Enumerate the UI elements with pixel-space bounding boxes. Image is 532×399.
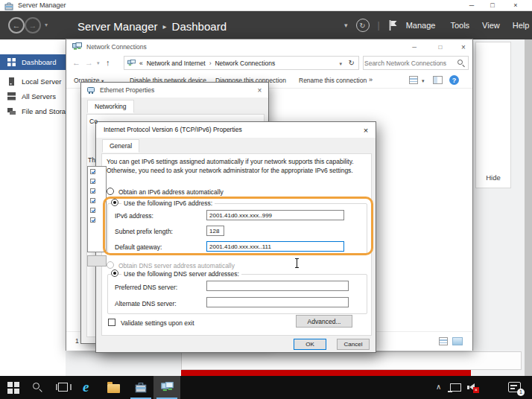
subnet-prefix-input[interactable] bbox=[206, 226, 224, 236]
forward-icon: → bbox=[29, 21, 37, 30]
task-view-side-right bbox=[70, 384, 72, 390]
network-connections-taskbar-icon bbox=[161, 382, 174, 392]
view-options-icon[interactable] bbox=[409, 76, 418, 84]
tab-general[interactable]: General bbox=[102, 139, 139, 153]
minimize-button[interactable]: ─ bbox=[463, 0, 480, 10]
window-title: Server Manager bbox=[18, 1, 66, 9]
validate-settings-label[interactable]: Validate settings upon exit bbox=[121, 319, 194, 327]
advanced-button[interactable]: Advanced... bbox=[296, 315, 352, 328]
server-manager-sidebar: Dashboard Local Server All Servers File … bbox=[0, 39, 66, 376]
notifications-flag-icon[interactable] bbox=[388, 19, 398, 31]
window-title: Network Connections bbox=[86, 43, 147, 51]
radio-use-ipv6-address[interactable] bbox=[111, 199, 118, 206]
preferred-dns-input[interactable] bbox=[206, 281, 349, 291]
preferred-dns-label: Preferred DNS server: bbox=[115, 284, 177, 291]
local-server-icon bbox=[8, 77, 15, 86]
maximize-button[interactable]: □ bbox=[484, 0, 501, 10]
forward-button[interactable]: → bbox=[25, 17, 41, 33]
validate-settings-checkbox[interactable] bbox=[108, 319, 115, 326]
tab-networking[interactable]: Networking bbox=[87, 100, 134, 113]
close-button[interactable]: × bbox=[506, 0, 525, 10]
cancel-button[interactable]: Cancel bbox=[337, 339, 370, 350]
refresh-button[interactable]: ↻ bbox=[356, 19, 370, 32]
radio-use-dns-addresses-label[interactable]: Use the following DNS server addresses: bbox=[121, 270, 241, 278]
radio-obtain-ipv6-auto[interactable] bbox=[107, 188, 114, 195]
sidebar-item-label: Dashboard bbox=[22, 58, 56, 66]
search-input[interactable] bbox=[364, 57, 452, 68]
location-icon bbox=[127, 60, 136, 66]
refresh-icon: ↻ bbox=[359, 22, 365, 30]
sidebar-item-all-servers[interactable]: All Servers bbox=[0, 89, 66, 103]
protocol-item-checkbox[interactable] bbox=[90, 208, 95, 213]
breadcrumb-root[interactable]: Server Manager bbox=[77, 20, 158, 33]
nav-forward-icon[interactable]: → bbox=[85, 58, 93, 67]
breadcrumb-page[interactable]: Dashboard bbox=[172, 20, 227, 33]
radio-use-dns-addresses[interactable] bbox=[111, 269, 118, 277]
server-manager-navbar: ← → ▾ Server Manager ▸ Dashboard ▾ ↻ | M… bbox=[0, 11, 532, 39]
sidebar-item-label: Local Server bbox=[22, 77, 61, 86]
protocol-item-checkbox[interactable] bbox=[90, 217, 95, 223]
task-view-side-left bbox=[56, 384, 57, 390]
ipv6-address-input[interactable] bbox=[206, 210, 344, 220]
address-dropdown-caret-icon[interactable]: ▾ bbox=[339, 61, 342, 67]
file-explorer-icon[interactable] bbox=[107, 384, 120, 393]
protocol-item-checkbox[interactable] bbox=[90, 169, 95, 174]
address-refresh-icon[interactable]: ↻ bbox=[349, 59, 355, 67]
start-button[interactable] bbox=[7, 382, 19, 394]
rename-connection-button[interactable]: Rename this connection bbox=[299, 77, 367, 84]
alternate-dns-input[interactable] bbox=[206, 297, 349, 307]
nav-back-icon[interactable]: ← bbox=[72, 58, 80, 67]
taskbar-network-connections[interactable] bbox=[153, 376, 180, 399]
hide-button[interactable]: Hide bbox=[476, 173, 510, 182]
menu-help[interactable]: Help bbox=[513, 21, 530, 30]
tray-network-cable bbox=[448, 391, 452, 392]
close-button[interactable]: × bbox=[454, 39, 473, 54]
close-button[interactable]: × bbox=[355, 122, 377, 138]
details-view-icon[interactable] bbox=[439, 337, 448, 345]
taskbar-server-manager[interactable] bbox=[128, 376, 153, 399]
minimize-button[interactable]: ─ bbox=[405, 39, 423, 54]
menu-manage[interactable]: Manage bbox=[406, 21, 436, 30]
taskbar-search-icon[interactable] bbox=[33, 383, 39, 389]
close-button[interactable]: × bbox=[250, 83, 270, 98]
nav-up-icon[interactable]: ↑ bbox=[106, 58, 110, 67]
radio-use-ipv6-address-label[interactable]: Use the following IPv6 address: bbox=[121, 200, 215, 207]
dashboard-scroll-strip[interactable] bbox=[525, 39, 532, 376]
radio-obtain-ipv6-auto-label[interactable]: Obtain an IPv6 address automatically bbox=[118, 188, 224, 196]
radio-obtain-dns-auto bbox=[107, 261, 114, 269]
help-button[interactable]: ? bbox=[449, 75, 459, 85]
breadcrumb-separator-icon: ▸ bbox=[163, 22, 167, 31]
default-gateway-input[interactable] bbox=[206, 241, 344, 252]
crumb-network-and-internet[interactable]: Network and Internet bbox=[147, 60, 206, 67]
sidebar-item-file-storage[interactable]: File and Storag bbox=[0, 103, 66, 118]
minimize-icon: ─ bbox=[469, 1, 474, 9]
nav-history-caret-icon[interactable]: ▾ bbox=[45, 22, 48, 28]
protocol-item-checkbox[interactable] bbox=[90, 188, 95, 194]
view-options-caret-icon[interactable]: ▾ bbox=[422, 78, 425, 84]
task-view-icon[interactable] bbox=[58, 383, 68, 392]
thumbnail-view-icon[interactable] bbox=[452, 337, 463, 345]
menu-tools[interactable]: Tools bbox=[450, 21, 469, 30]
menu-view[interactable]: View bbox=[482, 21, 500, 30]
nav-recent-caret-icon[interactable]: ▾ bbox=[97, 60, 100, 66]
maximize-button[interactable]: □ bbox=[431, 39, 449, 54]
intro-text-line1: You can get IPv6 settings assigned autom… bbox=[107, 158, 354, 165]
back-button[interactable]: ← bbox=[8, 17, 25, 33]
tray-expand-icon[interactable]: ∧ bbox=[436, 383, 441, 391]
toolbar-overflow-icon[interactable]: » bbox=[369, 76, 373, 83]
dialog-title: Ethernet Properties bbox=[100, 86, 154, 94]
crumb-network-connections[interactable]: Network Connections bbox=[215, 60, 275, 67]
address-box[interactable]: « Network and Internet › Network Connect… bbox=[124, 56, 359, 70]
internet-explorer-icon[interactable]: e bbox=[83, 379, 89, 395]
protocol-item-checkbox[interactable] bbox=[90, 198, 95, 203]
install-button-clipped[interactable] bbox=[87, 255, 107, 266]
close-icon: × bbox=[461, 43, 466, 51]
ok-button[interactable]: OK bbox=[294, 339, 326, 350]
preview-pane-icon[interactable] bbox=[433, 76, 443, 84]
protocol-list[interactable] bbox=[87, 166, 107, 252]
sidebar-item-dashboard[interactable]: Dashboard bbox=[0, 54, 66, 70]
sidebar-item-local-server[interactable]: Local Server bbox=[0, 74, 66, 89]
protocol-item-checkbox[interactable] bbox=[90, 179, 95, 184]
tray-volume-muted-icon[interactable]: × bbox=[467, 383, 479, 393]
notifications-caret-icon[interactable]: ▾ bbox=[344, 22, 348, 29]
